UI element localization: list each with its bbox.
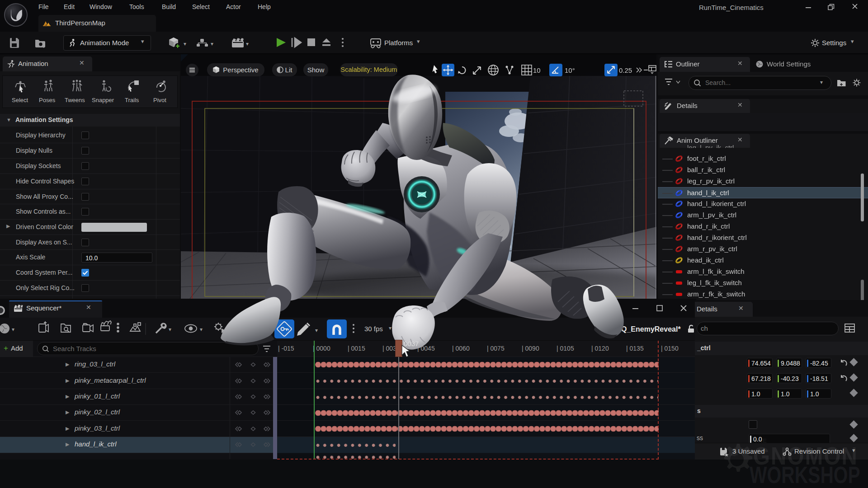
svg-text:▾: ▾ <box>211 41 213 47</box>
svg-text:▾: ▾ <box>169 326 171 333</box>
svg-text:▾: ▾ <box>184 41 186 47</box>
svg-text:▾: ▾ <box>12 326 14 333</box>
svg-text:▾: ▾ <box>246 41 249 47</box>
